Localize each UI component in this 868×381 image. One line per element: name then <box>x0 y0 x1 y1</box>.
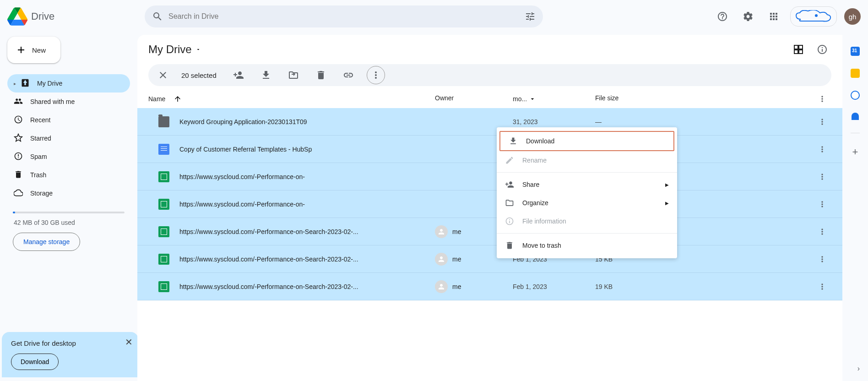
more-vert-icon <box>818 117 827 126</box>
row-more-button[interactable] <box>813 172 831 181</box>
contacts-app-icon[interactable] <box>852 113 859 120</box>
trash-icon <box>505 241 514 250</box>
logo-area[interactable]: Drive <box>7 7 145 26</box>
dropdown-icon[interactable] <box>529 95 536 103</box>
sidebar-item-spam[interactable]: Spam <box>7 147 130 166</box>
more-vert-icon[interactable] <box>818 94 827 103</box>
link-button[interactable] <box>339 66 358 84</box>
new-button[interactable]: New <box>7 37 60 63</box>
file-name: https://www.syscloud.com/-Performance-on… <box>179 283 435 290</box>
add-app-button[interactable]: + <box>852 146 858 158</box>
row-more-button[interactable] <box>813 117 831 126</box>
menu-move-trash[interactable]: Move to trash <box>497 236 677 255</box>
tasks-app-icon[interactable] <box>851 91 860 100</box>
manage-storage-button[interactable]: Manage storage <box>13 233 80 251</box>
settings-button[interactable] <box>739 7 757 26</box>
selection-bar: 20 selected <box>148 64 831 86</box>
sidebar-item-storage[interactable]: Storage <box>7 184 130 202</box>
sidebar-item-label: My Drive <box>37 80 62 87</box>
dropdown-icon <box>195 47 201 52</box>
col-name[interactable]: Name <box>148 95 165 103</box>
table-row[interactable]: https://www.syscloud.com/-Performance-on… <box>137 163 842 190</box>
drive-move-icon <box>288 70 299 81</box>
more-vert-icon <box>818 200 827 209</box>
close-icon <box>157 70 168 81</box>
search-input[interactable] <box>168 12 519 21</box>
file-name: https://www.syscloud.com/-Performance-on… <box>179 256 435 263</box>
col-size[interactable]: File size <box>595 94 658 103</box>
promo-close-icon[interactable]: ✕ <box>125 337 133 348</box>
rename-icon <box>505 156 514 165</box>
col-modified[interactable]: mo... <box>513 95 527 103</box>
syscloud-badge[interactable] <box>790 6 837 27</box>
sheets-icon <box>158 199 169 210</box>
view-details-button[interactable] <box>813 40 831 59</box>
table-row[interactable]: https://www.syscloud.com/-Performance-on… <box>137 190 842 218</box>
col-owner[interactable]: Owner <box>435 94 513 103</box>
more-actions-button[interactable] <box>367 66 385 84</box>
storage-text: 42 MB of 30 GB used <box>7 219 130 226</box>
account-avatar[interactable]: gh <box>844 8 861 25</box>
sidebar-item-my-drive[interactable]: ▸My Drive <box>7 74 130 93</box>
clock-icon <box>14 115 23 125</box>
layout-toggle-button[interactable] <box>789 40 808 59</box>
sidebar-item-shared-with-me[interactable]: Shared with me <box>7 93 130 111</box>
delete-button[interactable] <box>312 66 330 84</box>
row-more-button[interactable] <box>813 145 831 154</box>
menu-organize[interactable]: Organize▶ <box>497 194 677 212</box>
file-name: Keyword Grouping Application-20230131T09 <box>179 118 435 125</box>
star-icon <box>14 133 23 144</box>
promo-download-button[interactable]: Download <box>11 354 59 370</box>
table-row[interactable]: https://www.syscloud.com/-Performance-on… <box>137 245 842 273</box>
table-row[interactable]: https://www.syscloud.com/-Performance-on… <box>137 273 842 300</box>
table-row[interactable]: https://www.syscloud.com/-Performance-on… <box>137 218 842 245</box>
table-row[interactable]: Keyword Grouping Application-20230131T09… <box>137 108 842 136</box>
more-vert-icon <box>818 145 827 154</box>
row-more-button[interactable] <box>813 227 831 236</box>
download-icon <box>260 70 271 81</box>
help-button[interactable] <box>713 7 732 26</box>
trash-icon <box>14 170 23 180</box>
sidebar-item-starred[interactable]: Starred <box>7 129 130 147</box>
new-button-label: New <box>32 46 46 54</box>
info-icon <box>817 44 828 55</box>
search-bar[interactable] <box>145 5 543 27</box>
info-icon <box>505 217 514 226</box>
promo-title: Get Drive for desktop <box>11 339 129 347</box>
more-vert-icon <box>818 282 827 291</box>
keep-app-icon[interactable] <box>851 69 860 78</box>
apps-button[interactable] <box>765 7 783 26</box>
header-actions: gh <box>702 6 861 27</box>
move-button[interactable] <box>284 66 303 84</box>
sidebar-item-recent[interactable]: Recent <box>7 111 130 129</box>
help-icon <box>717 11 728 22</box>
row-more-button[interactable] <box>813 200 831 209</box>
storage-bar <box>13 212 125 213</box>
content-area: My Drive 20 selected Name Owner mo... Fi… <box>137 35 842 381</box>
clear-selection-button[interactable] <box>154 66 172 84</box>
calendar-app-icon[interactable] <box>851 47 860 56</box>
menu-share[interactable]: Share▶ <box>497 175 677 194</box>
file-name: https://www.syscloud.com/-Performance-on… <box>179 201 435 208</box>
sidebar-item-label: Storage <box>30 190 53 197</box>
sheets-icon <box>158 281 169 292</box>
expand-sidepanel-button[interactable]: › <box>857 365 860 373</box>
sort-arrow-icon[interactable] <box>174 95 182 103</box>
sidebar-item-trash[interactable]: Trash <box>7 166 130 184</box>
file-name: https://www.syscloud.com/-Performance-on… <box>179 228 435 235</box>
gear-icon <box>743 11 754 22</box>
person-add-icon <box>233 70 244 81</box>
sheets-icon <box>158 226 169 237</box>
location-dropdown[interactable]: My Drive <box>148 43 201 56</box>
more-vert-icon <box>370 70 381 81</box>
search-options-icon[interactable] <box>525 11 536 22</box>
spam-icon <box>14 152 23 162</box>
menu-file-info: File information <box>497 212 677 230</box>
row-more-button[interactable] <box>813 255 831 264</box>
download-button[interactable] <box>257 66 275 84</box>
row-more-button[interactable] <box>813 282 831 291</box>
file-name: Copy of Customer Referral Templates - Hu… <box>179 146 435 153</box>
menu-download[interactable]: Download <box>500 132 673 150</box>
table-row[interactable]: Copy of Customer Referral Templates - Hu… <box>137 136 842 163</box>
share-button[interactable] <box>229 66 248 84</box>
